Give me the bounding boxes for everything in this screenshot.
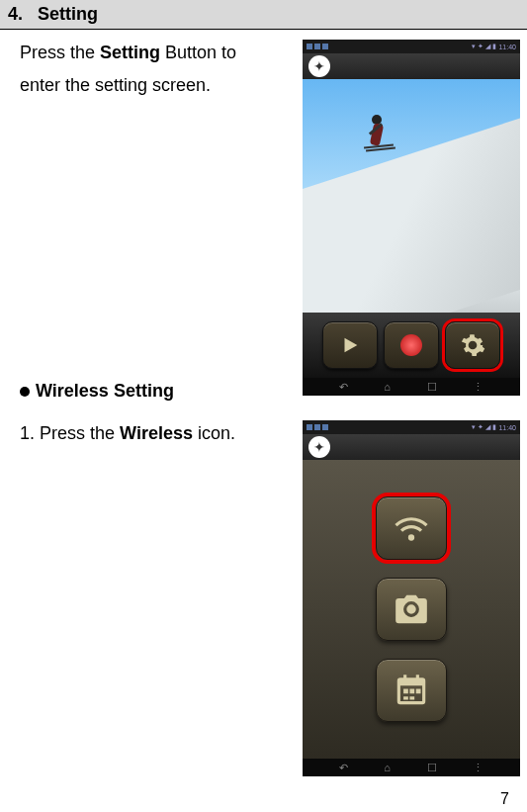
wifi-icon [393,509,430,547]
text-column-1: Press the Setting Button to enter the se… [20,40,287,410]
app-logo-icon: ✦ [308,436,330,458]
section-header: 4. Setting [0,0,527,30]
intro-paragraph: Press the Setting Button to [20,40,287,66]
recent-icon[interactable]: ☐ [427,381,437,394]
android-navbar: ↶ ⌂ ☐ ⋮ [303,759,520,776]
setting-button[interactable] [445,321,500,369]
bottom-toolbar [303,313,520,378]
status-time: 11:40 [498,44,516,50]
text-column-2: 1. Press the Wireless icon. [20,420,287,776]
step1-paragraph: 1. Press the Wireless icon. [20,420,287,447]
app-header: ✦ [303,53,520,79]
app-header: ✦ [303,434,520,460]
status-time: 11:40 [498,424,516,431]
phone-screenshot-2: ▾✦◢▮11:40 ✦ ↶ ⌂ ☐ ⋮ [303,420,520,776]
home-icon[interactable]: ⌂ [384,381,391,393]
record-dot-icon [400,334,422,356]
android-navbar: ↶ ⌂ ☐ ⋮ [303,378,520,396]
wireless-menu-button[interactable] [376,496,447,560]
playback-button[interactable] [322,321,378,369]
calendar-menu-button[interactable] [376,659,447,722]
gear-icon [460,332,485,358]
app-logo-icon: ✦ [308,55,330,77]
calendar-icon [393,672,430,709]
camera-icon [393,590,430,628]
page-number: 7 [500,790,509,808]
figure-column-1: ▾✦◢▮11:40 ✦ [303,40,520,410]
camera-preview [303,79,520,313]
section-title: Setting [38,4,98,24]
row-1: Press the Setting Button to enter the se… [0,30,527,410]
recent-icon[interactable]: ☐ [427,762,437,774]
settings-menu [303,460,520,759]
intro-line2: enter the setting screen. [20,72,287,99]
back-icon[interactable]: ↶ [339,762,348,774]
figure-column-2: ▾✦◢▮11:40 ✦ ↶ ⌂ ☐ ⋮ [303,420,520,776]
phone-screenshot-1: ▾✦◢▮11:40 ✦ [303,40,520,396]
menu-icon[interactable]: ⋮ [473,381,483,394]
bold-wireless: Wireless [120,423,193,443]
status-bar: ▾✦◢▮11:40 [303,420,520,434]
status-bar: ▾✦◢▮11:40 [303,40,520,53]
menu-icon[interactable]: ⋮ [473,762,483,774]
row-2: 1. Press the Wireless icon. ▾✦◢▮11:40 ✦ [0,410,527,776]
record-button[interactable] [384,321,439,369]
wireless-setting-heading: Wireless Setting [20,378,287,405]
back-icon[interactable]: ↶ [339,381,348,394]
bullet-icon [20,387,30,397]
bold-setting: Setting [100,43,160,62]
section-number: 4. [8,4,23,24]
home-icon[interactable]: ⌂ [384,762,391,773]
camera-menu-button[interactable] [376,578,447,641]
